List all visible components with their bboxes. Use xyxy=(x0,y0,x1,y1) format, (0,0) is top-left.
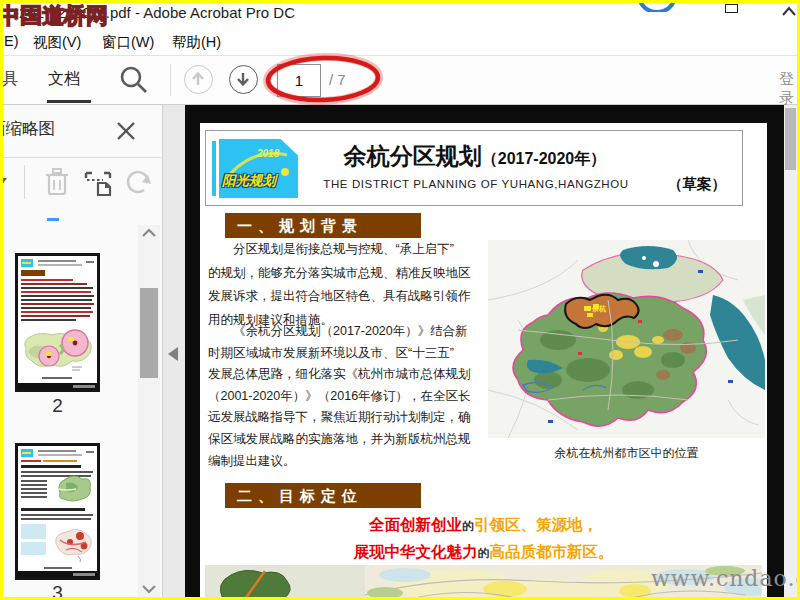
panel-toolbar-divider xyxy=(24,165,25,199)
thumb3-callout-2 xyxy=(21,542,46,555)
insert-pages-icon[interactable] xyxy=(84,167,114,197)
watermark-top-left: 中国道桥网 xyxy=(0,1,108,31)
toolbar: 具 文档 / 7 登录 xyxy=(0,56,800,105)
draft-label: （草案） xyxy=(668,175,726,194)
selected-thumb-sliver xyxy=(47,218,59,221)
thumb3-callout-1 xyxy=(21,524,46,539)
red-ellipse-annotation xyxy=(258,50,388,108)
doc-title: 余杭分区规划（2017-2020年） xyxy=(206,141,744,172)
doc-subtitle: THE DISTRICT PLANNING OF YUHANG,HANGZHOU xyxy=(316,178,636,190)
thumb2-map xyxy=(20,323,95,375)
thumb3-map-green xyxy=(50,469,95,505)
page-header-box: 2018 阳光规划 余杭分区规划（2017-2020年） THE DISTRIC… xyxy=(205,130,743,206)
slogan-line-2: 展现中华文化魅力的高品质都市新区。 xyxy=(200,542,767,563)
thumbnail-page-3[interactable] xyxy=(15,443,100,580)
sidebar-scrollbar[interactable] xyxy=(138,225,160,600)
thumb2-banner xyxy=(21,270,45,276)
menu-bar: E) 视图(V) 窗口(W) 帮助(H) xyxy=(0,28,800,56)
next-page-button[interactable] xyxy=(229,65,258,94)
document-scrollbar-thumb[interactable] xyxy=(785,108,796,170)
section1-para2: 《余杭分区规划（2017-2020年）》结合新 时期区域城市发展新环境以及市、区… xyxy=(208,323,471,474)
panel-title: 面缩略图 xyxy=(0,118,62,142)
thumbnails-panel: 面缩略图 xyxy=(0,105,162,600)
tab-document[interactable]: 文档 xyxy=(48,69,80,90)
thumb3-page-number: 3 xyxy=(15,582,100,600)
thumb2-footer xyxy=(18,383,97,389)
thumb3-logo-mark xyxy=(22,452,31,454)
collapse-panel-arrow[interactable] xyxy=(166,345,180,363)
thumb2-page-number: 2 xyxy=(15,395,100,417)
map-caption: 余杭在杭州都市区中的位置 xyxy=(488,445,765,462)
close-icon[interactable] xyxy=(115,120,137,142)
region-map: 余杭 xyxy=(488,240,765,438)
tab-tools-partial[interactable]: 具 xyxy=(2,69,18,90)
watermark-bottom-right: www.cndao.com xyxy=(651,566,800,591)
toolbar-divider xyxy=(170,64,171,96)
section2-heading: 二、目标定位 xyxy=(225,483,421,508)
menu-item-view[interactable]: 视图(V) xyxy=(33,33,81,52)
scroll-up-icon[interactable] xyxy=(140,227,158,239)
map-yuhang-label: 余杭 xyxy=(591,304,606,313)
rotate-icon[interactable] xyxy=(124,167,154,197)
trash-icon[interactable] xyxy=(44,167,70,197)
search-icon[interactable] xyxy=(119,65,149,95)
chevron-up-icon[interactable] xyxy=(781,6,797,16)
document-scrollbar[interactable] xyxy=(784,105,797,600)
thumb3-footer xyxy=(18,571,97,577)
acrobat-window: （2017-2020）.pdf - Adobe Acrobat Pro DC E… xyxy=(0,0,800,600)
logo-name: 阳光规划 xyxy=(222,172,276,190)
sign-in-link[interactable]: 登录 xyxy=(779,70,800,108)
section1-heading: 一、规划背景 xyxy=(225,213,421,238)
sidebar-scrollbar-thumb[interactable] xyxy=(140,288,158,378)
scroll-down-icon[interactable] xyxy=(140,583,158,595)
thumb2-logo-mark xyxy=(22,262,31,264)
blue-arc-decoration xyxy=(638,0,678,12)
pdf-page: 2018 阳光规划 余杭分区规划（2017-2020年） THE DISTRIC… xyxy=(200,123,767,600)
active-tab-underline xyxy=(47,100,91,103)
options-caret-icon[interactable] xyxy=(0,175,9,187)
section1-para1: 分区规划是衔接总规与控规、“承上启下” 的规划，能够充分落实城市总规、精准反映地… xyxy=(208,241,471,335)
previous-page-button[interactable] xyxy=(184,65,213,94)
slogan-line-1: 全面创新创业的引领区、策源地， xyxy=(200,515,767,536)
thumbnail-page-2[interactable] xyxy=(15,253,100,392)
menu-item-window[interactable]: 窗口(W) xyxy=(102,33,154,52)
maximize-button[interactable] xyxy=(725,4,738,13)
panel-divider xyxy=(0,157,161,158)
thumb3-map-red xyxy=(48,522,96,564)
menu-item-edit-partial[interactable]: E) xyxy=(4,33,19,49)
menu-item-help[interactable]: 帮助(H) xyxy=(172,33,221,52)
